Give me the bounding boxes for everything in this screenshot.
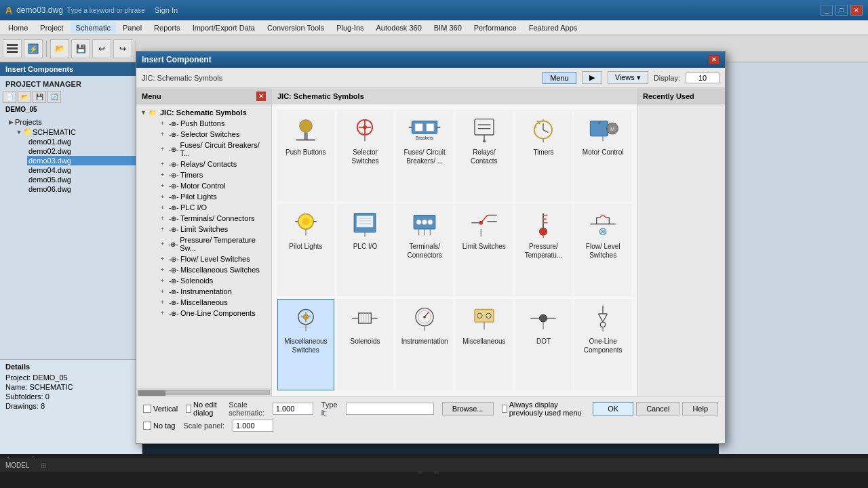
type-it-input[interactable] (346, 403, 434, 415)
symbol-miscellaneous[interactable]: Miscellaneous (456, 299, 513, 390)
no-edit-checkbox-container[interactable]: No edit dialog (186, 401, 220, 417)
pm-open-btn[interactable]: 📂 (18, 91, 31, 103)
ok-btn[interactable]: OK (593, 402, 633, 415)
scale-panel-input[interactable] (233, 420, 273, 432)
symbol-dot[interactable]: DOT (515, 299, 572, 390)
scroll-track[interactable] (138, 390, 270, 395)
pm-save-btn[interactable]: 💾 (33, 91, 46, 103)
icon-menu-btn[interactable] (3, 39, 22, 58)
symbol-misc-switches[interactable]: Miscellaneous Switches (277, 299, 334, 390)
maximize-btn[interactable]: □ (835, 5, 848, 16)
svg-point-47 (422, 220, 427, 224)
menu-import-export[interactable]: Import/Export Data (187, 22, 260, 33)
mt-terminals[interactable]: + -⊕- Terminals/ Connectors (147, 213, 269, 224)
tree-file-1[interactable]: demo01.dwg (27, 137, 136, 146)
menu-bim360[interactable]: BIM 360 (429, 22, 467, 33)
symbol-solenoids[interactable]: Solenoids (337, 299, 394, 390)
arrow-btn[interactable]: ▶ (582, 71, 602, 84)
mt-selector-switches[interactable]: + -⊕- Selector Switches (147, 129, 269, 140)
menu-scrollbar[interactable] (136, 388, 271, 396)
tree-file-5[interactable]: demo05.dwg (27, 175, 136, 184)
mt-motor-control[interactable]: + -⊕- Motor Control (147, 180, 269, 191)
mt-limit-switches[interactable]: + -⊕- Limit Switches (147, 224, 269, 235)
symbol-plc-io[interactable]: PLC I/O (337, 204, 394, 296)
symbol-motor-control[interactable]: M Motor Control (574, 110, 631, 201)
symbol-limit-switches[interactable]: Limit Switches (456, 204, 513, 296)
mt-label: Pressure/ Temperature Sw... (180, 236, 267, 252)
menu-autodesk360[interactable]: Autodesk 360 (371, 22, 427, 33)
mt-misc-switches[interactable]: + -⊕- Miscellaneous Switches (147, 264, 269, 275)
browse-btn[interactable]: Browse... (442, 402, 494, 415)
scroll-thumb[interactable] (138, 390, 165, 396)
motor-control-label: Motor Control (583, 148, 624, 157)
vertical-checkbox[interactable] (143, 405, 151, 413)
mt-relays[interactable]: + -⊕- Relays/ Contacts (147, 159, 269, 169)
mt-fuses[interactable]: + -⊕- Fuses/ Circuit Breakers/ T... (147, 140, 269, 159)
tree-root[interactable]: ▼ 📁 JIC: Schematic Symbols (139, 107, 269, 118)
symbol-terminals[interactable]: Terminals/ Connectors (396, 204, 453, 296)
mt-label: Pilot Lights (180, 192, 217, 201)
menu-reports[interactable]: Reports (149, 22, 186, 33)
menu-panel-close[interactable]: ✕ (256, 92, 266, 101)
no-tag-checkbox-container[interactable]: No tag (143, 422, 175, 430)
no-edit-checkbox[interactable] (186, 405, 191, 413)
help-btn[interactable]: Help (682, 402, 718, 415)
pm-refresh-btn[interactable]: 🔄 (47, 91, 61, 103)
open-btn[interactable]: 📂 (50, 39, 69, 58)
mt-push-buttons[interactable]: + -⊕- Push Buttons (147, 118, 269, 129)
vertical-checkbox-container[interactable]: Vertical (143, 405, 178, 413)
mt-one-line[interactable]: + -⊕- One-Line Components (147, 308, 269, 319)
tree-file-6[interactable]: demo06.dwg (27, 184, 136, 194)
tree-file-2[interactable]: demo02.dwg (27, 146, 136, 156)
always-display-checkbox-container[interactable]: Always display previously used menu (502, 401, 585, 417)
menu-btn[interactable]: Menu (542, 72, 576, 84)
symbol-push-buttons[interactable]: Push Buttons (277, 110, 334, 201)
svg-point-90 (540, 314, 547, 322)
tree-projects[interactable]: ▶ Projects (5, 117, 136, 127)
mt-plc[interactable]: + -⊕- PLC I/O (147, 202, 269, 213)
mt-timers[interactable]: + -⊕- Timers (147, 169, 269, 180)
symbol-flow-level[interactable]: Flow/ Level Switches (574, 204, 631, 296)
cancel-btn[interactable]: Cancel (636, 402, 679, 415)
redo-btn[interactable]: ↪ (113, 39, 132, 58)
menu-performance[interactable]: Performance (469, 22, 522, 33)
mt-instrumentation[interactable]: + -⊕- Instrumentation (147, 286, 269, 297)
dialog-close-btn[interactable]: ✕ (709, 55, 719, 64)
symbol-selector-switches[interactable]: Selector Switches (337, 110, 394, 201)
circuit-builder-btn[interactable]: ⚡ (24, 39, 43, 58)
symbol-relays[interactable]: Relays/ Contacts (456, 110, 513, 201)
symbol-timers[interactable]: Timers (515, 110, 572, 201)
symbol-pilot-lights[interactable]: Pilot Lights (277, 204, 334, 296)
model-tab[interactable]: MODEL (5, 462, 30, 469)
display-input[interactable] (686, 73, 719, 83)
save-btn[interactable]: 💾 (71, 39, 90, 58)
menu-home[interactable]: Home (3, 22, 33, 33)
mt-pressure-temp[interactable]: + -⊕- Pressure/ Temperature Sw... (147, 235, 269, 253)
mt-miscellaneous[interactable]: + -⊕- Miscellaneous (147, 297, 269, 308)
menu-plugins[interactable]: Plug-Ins (331, 22, 369, 33)
menu-schematic[interactable]: Schematic (71, 22, 116, 33)
mt-pilot-lights[interactable]: + -⊕- Pilot Lights (147, 191, 269, 202)
symbol-one-line[interactable]: One-Line Components (574, 299, 631, 390)
symbol-instrumentation[interactable]: Instrumentation (396, 299, 453, 390)
tree-schematic[interactable]: ▼ 📁 SCHEMATIC (14, 127, 136, 137)
undo-btn[interactable]: ↩ (92, 39, 111, 58)
sign-in-text[interactable]: Sign In (155, 6, 178, 14)
menu-featured[interactable]: Featured Apps (524, 22, 583, 33)
scale-schematic-input[interactable] (273, 403, 313, 415)
minimize-btn[interactable]: _ (821, 5, 833, 16)
pm-new-btn[interactable]: 📄 (3, 91, 16, 103)
always-display-checkbox[interactable] (502, 405, 507, 413)
close-btn[interactable]: ✕ (850, 5, 863, 16)
views-btn[interactable]: Views ▾ (608, 71, 648, 84)
mt-flow-level[interactable]: + -⊕- Flow/ Level Switches (147, 253, 269, 264)
tree-file-3[interactable]: demo03.dwg (27, 156, 136, 165)
menu-conversion[interactable]: Conversion Tools (262, 22, 330, 33)
no-tag-checkbox[interactable] (143, 422, 151, 430)
symbol-pressure-temp[interactable]: Pressure/ Temperatu... (515, 204, 572, 296)
menu-project[interactable]: Project (35, 22, 68, 33)
tree-file-4[interactable]: demo04.dwg (27, 165, 136, 175)
menu-panel[interactable]: Panel (117, 22, 147, 33)
mt-solenoids[interactable]: + -⊕- Solenoids (147, 275, 269, 286)
symbol-fuses[interactable]: Breakers Fuses/ Circuit Breakers/ ... (396, 110, 453, 201)
